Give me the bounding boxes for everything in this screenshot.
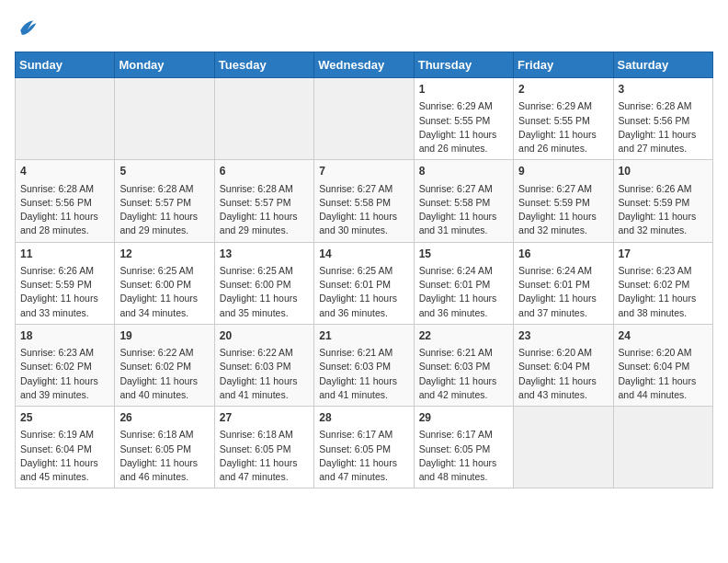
- calendar-cell: 10Sunrise: 6:26 AM Sunset: 5:59 PM Dayli…: [613, 160, 712, 242]
- calendar-cell: [115, 78, 214, 160]
- day-info: Sunrise: 6:18 AM Sunset: 6:05 PM Dayligh…: [119, 428, 209, 484]
- day-number: 7: [319, 164, 408, 179]
- calendar-cell: 28Sunrise: 6:17 AM Sunset: 6:05 PM Dayli…: [314, 407, 414, 488]
- day-number: 9: [518, 164, 608, 179]
- calendar-cell: 20Sunrise: 6:22 AM Sunset: 6:03 PM Dayli…: [214, 324, 313, 406]
- day-header-wednesday: Wednesday: [314, 52, 414, 78]
- day-number: 3: [619, 82, 708, 98]
- calendar-week-row: 4Sunrise: 6:28 AM Sunset: 5:56 PM Daylig…: [16, 160, 713, 242]
- page-header: [15, 15, 713, 40]
- day-info: Sunrise: 6:25 AM Sunset: 6:00 PM Dayligh…: [220, 264, 309, 320]
- day-number: 2: [518, 82, 608, 98]
- day-info: Sunrise: 6:20 AM Sunset: 6:04 PM Dayligh…: [518, 346, 608, 402]
- calendar-cell: [16, 78, 115, 160]
- day-info: Sunrise: 6:27 AM Sunset: 5:58 PM Dayligh…: [319, 182, 408, 238]
- day-number: 8: [419, 164, 508, 179]
- calendar-cell: [613, 407, 712, 488]
- day-number: 23: [518, 328, 608, 344]
- day-info: Sunrise: 6:26 AM Sunset: 5:59 PM Dayligh…: [20, 264, 109, 320]
- day-number: 14: [319, 247, 408, 262]
- calendar-cell: 29Sunrise: 6:17 AM Sunset: 6:05 PM Dayli…: [414, 407, 513, 488]
- day-number: 15: [419, 247, 508, 262]
- calendar-cell: 22Sunrise: 6:21 AM Sunset: 6:03 PM Dayli…: [414, 324, 513, 406]
- day-number: 10: [619, 164, 708, 179]
- calendar-header: SundayMondayTuesdayWednesdayThursdayFrid…: [16, 52, 713, 78]
- day-headers-row: SundayMondayTuesdayWednesdayThursdayFrid…: [16, 52, 713, 78]
- day-info: Sunrise: 6:26 AM Sunset: 5:59 PM Dayligh…: [619, 182, 708, 238]
- day-info: Sunrise: 6:28 AM Sunset: 5:56 PM Dayligh…: [619, 99, 708, 155]
- day-number: 28: [319, 410, 408, 426]
- day-number: 5: [119, 164, 209, 179]
- day-info: Sunrise: 6:17 AM Sunset: 6:05 PM Dayligh…: [319, 428, 408, 484]
- day-number: 16: [518, 247, 608, 262]
- day-header-tuesday: Tuesday: [214, 52, 313, 78]
- calendar-cell: 2Sunrise: 6:29 AM Sunset: 5:55 PM Daylig…: [514, 78, 613, 160]
- day-number: 29: [419, 410, 508, 426]
- day-number: 13: [220, 247, 309, 262]
- day-info: Sunrise: 6:22 AM Sunset: 6:02 PM Dayligh…: [119, 346, 209, 402]
- day-info: Sunrise: 6:19 AM Sunset: 6:04 PM Dayligh…: [20, 428, 109, 484]
- calendar-cell: 3Sunrise: 6:28 AM Sunset: 5:56 PM Daylig…: [613, 78, 712, 160]
- calendar-cell: 5Sunrise: 6:28 AM Sunset: 5:57 PM Daylig…: [115, 160, 214, 242]
- day-number: 24: [619, 328, 708, 344]
- calendar-week-row: 1Sunrise: 6:29 AM Sunset: 5:55 PM Daylig…: [16, 78, 713, 160]
- day-info: Sunrise: 6:22 AM Sunset: 6:03 PM Dayligh…: [220, 346, 309, 402]
- day-info: Sunrise: 6:24 AM Sunset: 6:01 PM Dayligh…: [518, 264, 608, 320]
- day-info: Sunrise: 6:27 AM Sunset: 5:59 PM Dayligh…: [518, 182, 608, 238]
- day-number: 17: [619, 247, 708, 262]
- logo-bird-icon: [15, 15, 40, 40]
- day-info: Sunrise: 6:25 AM Sunset: 6:00 PM Dayligh…: [119, 264, 209, 320]
- day-info: Sunrise: 6:24 AM Sunset: 6:01 PM Dayligh…: [419, 264, 508, 320]
- calendar-cell: 24Sunrise: 6:20 AM Sunset: 6:04 PM Dayli…: [613, 324, 712, 406]
- day-header-thursday: Thursday: [414, 52, 513, 78]
- calendar-cell: 9Sunrise: 6:27 AM Sunset: 5:59 PM Daylig…: [514, 160, 613, 242]
- day-info: Sunrise: 6:23 AM Sunset: 6:02 PM Dayligh…: [619, 264, 708, 320]
- calendar-cell: 27Sunrise: 6:18 AM Sunset: 6:05 PM Dayli…: [214, 407, 313, 488]
- day-info: Sunrise: 6:27 AM Sunset: 5:58 PM Dayligh…: [419, 182, 508, 238]
- day-info: Sunrise: 6:17 AM Sunset: 6:05 PM Dayligh…: [419, 428, 508, 484]
- calendar-cell: 17Sunrise: 6:23 AM Sunset: 6:02 PM Dayli…: [613, 242, 712, 324]
- day-info: Sunrise: 6:28 AM Sunset: 5:57 PM Dayligh…: [220, 182, 309, 238]
- calendar-cell: 14Sunrise: 6:25 AM Sunset: 6:01 PM Dayli…: [314, 242, 414, 324]
- day-info: Sunrise: 6:28 AM Sunset: 5:57 PM Dayligh…: [119, 182, 209, 238]
- day-number: 27: [220, 410, 309, 426]
- calendar-cell: 4Sunrise: 6:28 AM Sunset: 5:56 PM Daylig…: [16, 160, 115, 242]
- day-number: 1: [419, 82, 508, 98]
- calendar-cell: 1Sunrise: 6:29 AM Sunset: 5:55 PM Daylig…: [414, 78, 513, 160]
- calendar-cell: 6Sunrise: 6:28 AM Sunset: 5:57 PM Daylig…: [214, 160, 313, 242]
- day-header-friday: Friday: [514, 52, 613, 78]
- day-header-sunday: Sunday: [16, 52, 115, 78]
- day-number: 21: [319, 328, 408, 344]
- day-info: Sunrise: 6:28 AM Sunset: 5:56 PM Dayligh…: [20, 182, 109, 238]
- day-number: 25: [20, 410, 109, 426]
- calendar-cell: 11Sunrise: 6:26 AM Sunset: 5:59 PM Dayli…: [16, 242, 115, 324]
- calendar-cell: 12Sunrise: 6:25 AM Sunset: 6:00 PM Dayli…: [115, 242, 214, 324]
- day-header-monday: Monday: [115, 52, 214, 78]
- day-number: 26: [119, 410, 209, 426]
- day-number: 20: [220, 328, 309, 344]
- calendar-cell: 8Sunrise: 6:27 AM Sunset: 5:58 PM Daylig…: [414, 160, 513, 242]
- calendar-cell: 15Sunrise: 6:24 AM Sunset: 6:01 PM Dayli…: [414, 242, 513, 324]
- day-info: Sunrise: 6:18 AM Sunset: 6:05 PM Dayligh…: [220, 428, 309, 484]
- calendar-cell: 25Sunrise: 6:19 AM Sunset: 6:04 PM Dayli…: [16, 407, 115, 488]
- calendar-cell: 7Sunrise: 6:27 AM Sunset: 5:58 PM Daylig…: [314, 160, 414, 242]
- day-info: Sunrise: 6:21 AM Sunset: 6:03 PM Dayligh…: [319, 346, 408, 402]
- day-info: Sunrise: 6:29 AM Sunset: 5:55 PM Dayligh…: [419, 99, 508, 155]
- calendar-cell: [214, 78, 313, 160]
- day-info: Sunrise: 6:25 AM Sunset: 6:01 PM Dayligh…: [319, 264, 408, 320]
- calendar-cell: [314, 78, 414, 160]
- calendar-cell: 26Sunrise: 6:18 AM Sunset: 6:05 PM Dayli…: [115, 407, 214, 488]
- day-info: Sunrise: 6:20 AM Sunset: 6:04 PM Dayligh…: [619, 346, 708, 402]
- day-info: Sunrise: 6:21 AM Sunset: 6:03 PM Dayligh…: [419, 346, 508, 402]
- day-number: 22: [419, 328, 508, 344]
- day-info: Sunrise: 6:23 AM Sunset: 6:02 PM Dayligh…: [20, 346, 109, 402]
- day-number: 11: [20, 247, 109, 262]
- calendar-cell: 23Sunrise: 6:20 AM Sunset: 6:04 PM Dayli…: [514, 324, 613, 406]
- day-number: 4: [20, 164, 109, 179]
- day-info: Sunrise: 6:29 AM Sunset: 5:55 PM Dayligh…: [518, 99, 608, 155]
- calendar-cell: [514, 407, 613, 488]
- calendar-cell: 16Sunrise: 6:24 AM Sunset: 6:01 PM Dayli…: [514, 242, 613, 324]
- calendar-cell: 13Sunrise: 6:25 AM Sunset: 6:00 PM Dayli…: [214, 242, 313, 324]
- day-header-saturday: Saturday: [613, 52, 712, 78]
- day-number: 6: [220, 164, 309, 179]
